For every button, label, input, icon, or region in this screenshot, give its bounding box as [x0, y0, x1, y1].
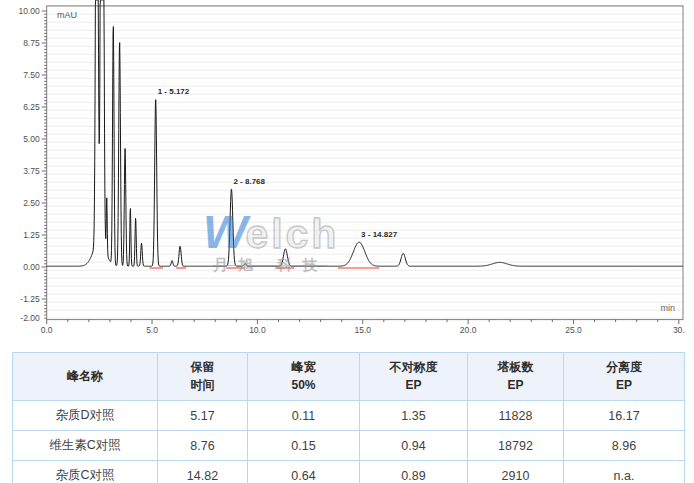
svg-text:7.50: 7.50 [23, 70, 40, 80]
col-header-plates-ep: 塔板数EP [468, 353, 564, 401]
svg-text:2 - 8.768: 2 - 8.768 [233, 177, 265, 186]
table-cell: 1.35 [360, 401, 468, 431]
svg-text:-2.00: -2.00 [20, 313, 40, 323]
svg-text:2.50: 2.50 [23, 198, 40, 208]
peak-results-table: 峰名称 保留时间 峰宽50% 不对称度EP 塔板数EP 分离度EP 杂质D对照 … [12, 352, 685, 483]
col-header-asymmetry-ep: 不对称度EP [360, 353, 468, 401]
col-header-retention-time: 保留时间 [158, 353, 248, 401]
table-cell: 18792 [468, 431, 564, 461]
table-row: 维生素C对照 8.76 0.15 0.94 18792 8.96 [13, 431, 685, 461]
svg-text:mAU: mAU [57, 10, 77, 20]
table-row: 杂质D对照 5.17 0.11 1.35 11828 16.17 [13, 401, 685, 431]
svg-text:10.00: 10.00 [18, 6, 40, 16]
chromatogram-panel: 10.008.757.506.255.003.752.501.250.00-1.… [0, 0, 694, 346]
svg-text:0.0: 0.0 [41, 325, 53, 335]
svg-text:25.0: 25.0 [565, 325, 582, 335]
svg-text:6.25: 6.25 [23, 102, 40, 112]
table-cell-peak-name: 维生素C对照 [13, 431, 158, 461]
table-cell: 0.11 [248, 401, 360, 431]
table-cell: 11828 [468, 401, 564, 431]
col-header-peak-width-50: 峰宽50% [248, 353, 360, 401]
table-cell: n.a. [564, 461, 685, 483]
svg-text:5.0: 5.0 [146, 325, 158, 335]
svg-text:1 - 5.172: 1 - 5.172 [158, 87, 190, 96]
col-header-peak-name: 峰名称 [13, 353, 158, 401]
table-cell: 14.82 [158, 461, 248, 483]
svg-text:1.25: 1.25 [23, 230, 40, 240]
table-cell: 0.94 [360, 431, 468, 461]
table-cell: 8.76 [158, 431, 248, 461]
peak-results-section: 峰名称 保留时间 峰宽50% 不对称度EP 塔板数EP 分离度EP 杂质D对照 … [12, 352, 684, 483]
svg-text:20.0: 20.0 [460, 325, 477, 335]
svg-text:10.0: 10.0 [249, 325, 266, 335]
table-cell-peak-name: 杂质C对照 [13, 461, 158, 483]
svg-text:-1.25: -1.25 [20, 294, 40, 304]
svg-text:3.75: 3.75 [23, 166, 40, 176]
table-cell: 16.17 [564, 401, 685, 431]
table-row: 杂质C对照 14.82 0.64 0.89 2910 n.a. [13, 461, 685, 483]
table-cell-peak-name: 杂质D对照 [13, 401, 158, 431]
table-cell: 5.17 [158, 401, 248, 431]
col-header-resolution-ep: 分离度EP [564, 353, 685, 401]
table-header-row: 峰名称 保留时间 峰宽50% 不对称度EP 塔板数EP 分离度EP [13, 353, 685, 401]
svg-text:15.0: 15.0 [354, 325, 371, 335]
svg-text:5.00: 5.00 [23, 134, 40, 144]
table-cell: 8.96 [564, 431, 685, 461]
table-cell: 2910 [468, 461, 564, 483]
svg-text:0.00: 0.00 [23, 262, 40, 272]
svg-text:8.75: 8.75 [23, 38, 40, 48]
svg-text:30.: 30. [673, 325, 685, 335]
table-cell: 0.15 [248, 431, 360, 461]
table-cell: 0.89 [360, 461, 468, 483]
table-cell: 0.64 [248, 461, 360, 483]
svg-text:min: min [660, 303, 675, 313]
chromatogram-plot: 10.008.757.506.255.003.752.501.250.00-1.… [0, 0, 694, 346]
svg-text:3 - 14.827: 3 - 14.827 [361, 230, 398, 239]
